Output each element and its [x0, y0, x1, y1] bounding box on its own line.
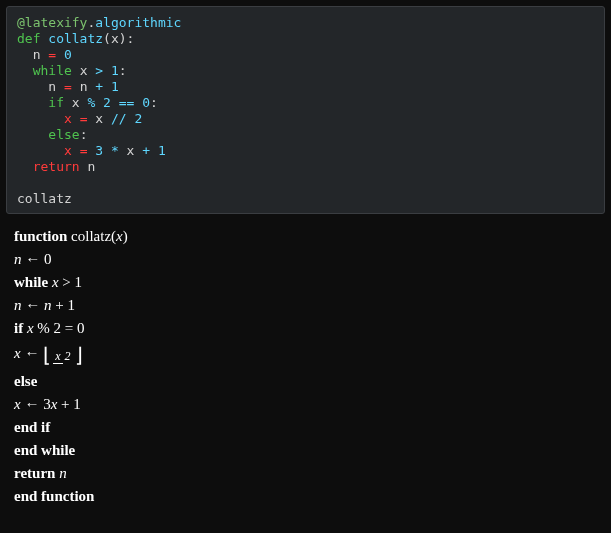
plus-op: + — [55, 297, 63, 313]
rfloor-icon: ⌋ — [75, 344, 83, 366]
num-1: 1 — [111, 63, 119, 78]
else-keyword: else — [48, 127, 79, 142]
if-keyword: if — [48, 95, 64, 110]
num-1: 1 — [111, 79, 119, 94]
frac-denominator: 2 — [63, 349, 73, 363]
return-keyword: return — [14, 465, 55, 481]
while-keyword: while — [33, 63, 72, 78]
def-keyword: def — [17, 31, 40, 46]
arrow-icon: ← — [24, 396, 39, 412]
var-n: n — [48, 79, 56, 94]
gt-op: > — [95, 63, 103, 78]
assign: = — [64, 79, 72, 94]
algo-x-3x1: x ← 3x + 1 — [14, 396, 601, 413]
function-name: collatz — [48, 31, 103, 46]
var-n: n — [14, 297, 22, 313]
assign: = — [80, 143, 88, 158]
code-blank — [17, 175, 594, 191]
algo-while: while x > 1 — [14, 274, 601, 291]
plus-op: + — [142, 143, 150, 158]
algo-endfunction: end function — [14, 488, 601, 505]
algo-endif: end if — [14, 419, 601, 436]
code-line-7: x = x // 2 — [17, 111, 594, 127]
function-keyword: function — [14, 228, 67, 244]
while-keyword: while — [14, 274, 48, 290]
num-1: 1 — [73, 396, 81, 412]
var-n: n — [33, 47, 41, 62]
algo-endwhile: end while — [14, 442, 601, 459]
var-n: n — [14, 251, 22, 267]
return-keyword: return — [33, 159, 80, 174]
var-x: x — [51, 396, 58, 412]
num-0: 0 — [77, 320, 85, 336]
algo-return: return n — [14, 465, 601, 482]
var-x: x — [27, 320, 34, 336]
param-x: x — [111, 31, 119, 46]
var-x: x — [80, 63, 88, 78]
endwhile-keyword: end while — [14, 442, 75, 458]
algo-else: else — [14, 373, 601, 390]
algo-name: collatz — [71, 228, 111, 244]
var-n: n — [87, 159, 95, 174]
algo-assign-n-0: n ← 0 — [14, 251, 601, 268]
floordiv-op: // — [111, 111, 127, 126]
assign: = — [80, 111, 88, 126]
num-2: 2 — [103, 95, 111, 110]
var-x: x — [52, 274, 59, 290]
eqeq-op: == — [119, 95, 135, 110]
colon: : — [80, 127, 88, 142]
num-0: 0 — [64, 47, 72, 62]
code-cell[interactable]: @latexify.algorithmic def collatz(x): n … — [6, 6, 605, 214]
decorator-attr: algorithmic — [95, 15, 181, 30]
algorithm-output: function collatz(x) n ← 0 while x > 1 n … — [14, 228, 601, 505]
code-line-4: while x > 1: — [17, 63, 594, 79]
arrow-icon: ← — [24, 345, 39, 361]
var-n: n — [44, 297, 52, 313]
fraction: x2 — [53, 350, 72, 362]
var-n: n — [80, 79, 88, 94]
code-line-call: collatz — [17, 191, 594, 207]
decorator-at: @ — [17, 15, 25, 30]
decorator-module: latexify — [25, 15, 88, 30]
code-line-3: n = 0 — [17, 47, 594, 63]
var-x: x — [14, 345, 21, 361]
var-x-assign: x — [64, 143, 72, 158]
algo-function-header: function collatz(x) — [14, 228, 601, 245]
endif-keyword: end if — [14, 419, 50, 435]
algo-incr-n: n ← n + 1 — [14, 297, 601, 314]
var-x: x — [72, 95, 80, 110]
arrow-icon: ← — [25, 251, 40, 267]
plus-op: + — [61, 396, 69, 412]
algo-if: if x % 2 = 0 — [14, 320, 601, 337]
num-0: 0 — [44, 251, 52, 267]
var-n: n — [59, 465, 67, 481]
if-keyword: if — [14, 320, 23, 336]
code-line-2: def collatz(x): — [17, 31, 594, 47]
floor-expr: ⌊x2⌋ — [43, 343, 82, 367]
num-1: 1 — [67, 297, 75, 313]
colon: : — [150, 95, 158, 110]
mod-op: % — [87, 95, 95, 110]
colon: : — [119, 63, 127, 78]
var-x: x — [127, 143, 135, 158]
var-x-assign: x — [64, 111, 72, 126]
lfloor-icon: ⌊ — [43, 344, 51, 366]
code-line-1: @latexify.algorithmic — [17, 15, 594, 31]
var-x: x — [95, 111, 103, 126]
num-3: 3 — [43, 396, 51, 412]
num-2: 2 — [54, 320, 62, 336]
endfunction-keyword: end function — [14, 488, 94, 504]
frac-numerator: x — [53, 349, 62, 364]
var-x: x — [14, 396, 21, 412]
algo-x-floor: x ← ⌊x2⌋ — [14, 343, 601, 367]
else-keyword: else — [14, 373, 37, 389]
star-op: * — [111, 143, 119, 158]
num-0: 0 — [142, 95, 150, 110]
colon: : — [127, 31, 135, 46]
code-line-10: return n — [17, 159, 594, 175]
eq-op: = — [65, 320, 73, 336]
paren-close: ) — [119, 31, 127, 46]
arrow-icon: ← — [25, 297, 40, 313]
code-line-6: if x % 2 == 0: — [17, 95, 594, 111]
mod-op: % — [37, 320, 50, 336]
